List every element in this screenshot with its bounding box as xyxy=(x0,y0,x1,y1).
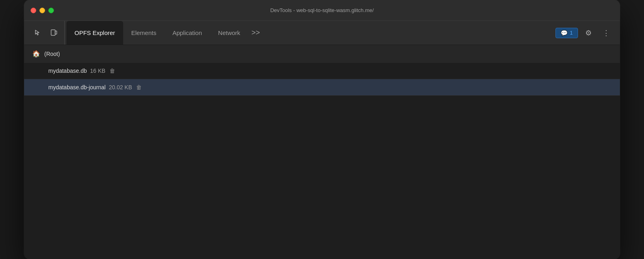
console-badge: 1 xyxy=(570,30,573,36)
toolbar-right: 💬 1 ⚙ ⋮ xyxy=(555,21,617,45)
tab-application[interactable]: Application xyxy=(164,21,210,45)
devtools-window: DevTools - web-sql-to-sqlite-wasm.glitch… xyxy=(24,0,620,259)
root-label: (Root) xyxy=(44,51,60,57)
delete-file-1-button[interactable]: 🗑 xyxy=(136,84,142,90)
tab-elements[interactable]: Elements xyxy=(123,21,165,45)
tab-opfs-explorer[interactable]: OPFS Explorer xyxy=(66,21,123,45)
ellipsis-icon: ⋮ xyxy=(603,29,610,37)
file-name-1: mydatabase.db-journal xyxy=(48,84,105,90)
main-content: 🏠 (Root) mydatabase.db 16 KB 🗑 mydatabas… xyxy=(24,45,620,259)
tab-bar: OPFS Explorer Elements Application Netwo… xyxy=(66,21,555,45)
device-toggle-button[interactable] xyxy=(47,26,61,40)
more-menu-button[interactable]: ⋮ xyxy=(599,26,613,40)
tab-network[interactable]: Network xyxy=(210,21,248,45)
more-tabs-button[interactable]: >> xyxy=(248,21,263,45)
close-button[interactable] xyxy=(31,8,36,13)
file-size-1: 20.02 KB xyxy=(109,84,132,90)
svg-rect-1 xyxy=(55,31,57,34)
settings-button[interactable]: ⚙ xyxy=(581,26,596,40)
root-icon: 🏠 xyxy=(32,50,40,58)
toolbar: OPFS Explorer Elements Application Netwo… xyxy=(24,21,620,45)
tree-root-row[interactable]: 🏠 (Root) xyxy=(24,45,620,63)
delete-file-0-button[interactable]: 🗑 xyxy=(109,68,115,74)
minimize-button[interactable] xyxy=(39,8,45,13)
file-row-0[interactable]: mydatabase.db 16 KB 🗑 xyxy=(24,63,620,79)
file-name-0: mydatabase.db xyxy=(48,68,87,74)
console-icon: 💬 xyxy=(561,30,568,36)
traffic-lights xyxy=(31,8,54,13)
file-row-1[interactable]: mydatabase.db-journal 20.02 KB 🗑 xyxy=(24,79,620,96)
file-size-0: 16 KB xyxy=(90,68,105,74)
window-title: DevTools - web-sql-to-sqlite-wasm.glitch… xyxy=(270,7,374,13)
file-tree: 🏠 (Root) mydatabase.db 16 KB 🗑 mydatabas… xyxy=(24,45,620,96)
toolbar-icon-group xyxy=(27,21,65,45)
titlebar: DevTools - web-sql-to-sqlite-wasm.glitch… xyxy=(24,0,620,21)
console-button[interactable]: 💬 1 xyxy=(555,28,578,38)
maximize-button[interactable] xyxy=(48,8,54,13)
svg-rect-0 xyxy=(51,30,55,35)
gear-icon: ⚙ xyxy=(585,29,592,37)
inspect-icon-button[interactable] xyxy=(31,26,45,40)
